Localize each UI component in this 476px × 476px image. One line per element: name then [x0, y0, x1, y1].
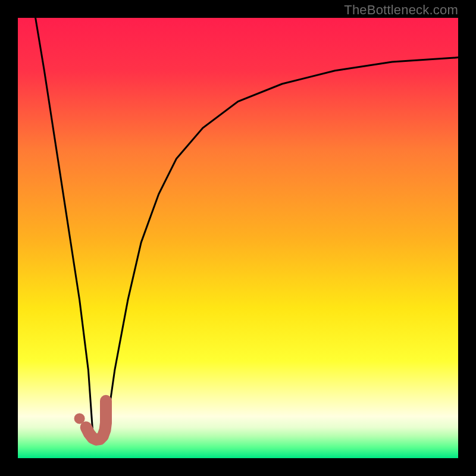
- j-shaped-marker: [86, 401, 106, 440]
- curve-right-branch: [106, 58, 458, 432]
- watermark-text: TheBottleneck.com: [344, 2, 458, 18]
- curve-layer: [18, 18, 458, 458]
- marker-dot: [74, 413, 85, 424]
- curve-left-branch: [36, 18, 93, 432]
- plot-area: [18, 18, 458, 458]
